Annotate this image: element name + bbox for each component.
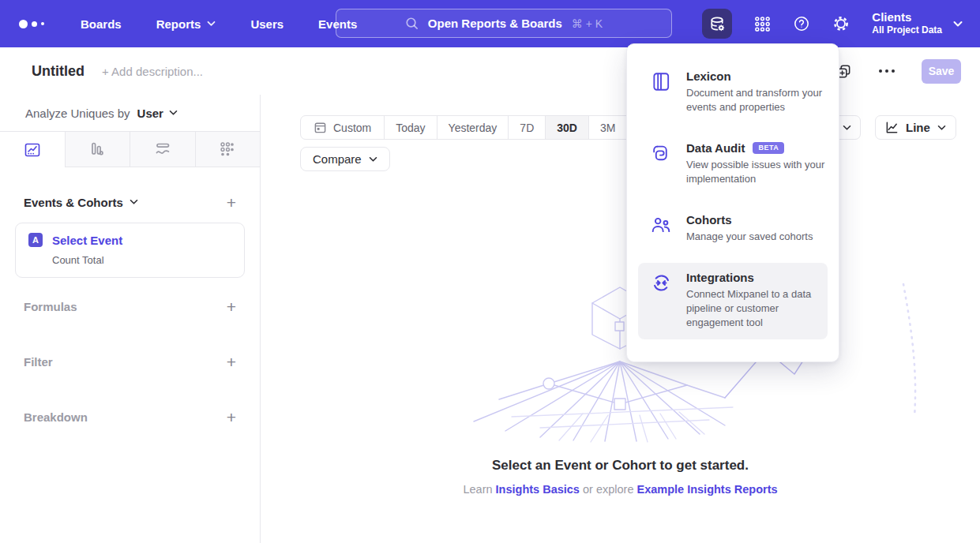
apps-grid-button[interactable]: [754, 16, 771, 32]
example-reports-link[interactable]: Example Insights Reports: [636, 483, 777, 496]
menu-item-integrations[interactable]: Integrations Connect Mixpanel to a data …: [638, 263, 828, 339]
data-audit-icon: [651, 141, 673, 186]
report-canvas: Custom Today Yesterday 7D 30D 3M 6M 12M …: [261, 95, 980, 543]
bar-chart-tab-icon: [88, 140, 106, 158]
menu-item-description: Manage your saved cohorts: [686, 230, 830, 244]
date-range-7d[interactable]: 7D: [508, 116, 545, 139]
formulas-section: Formulas +: [0, 295, 260, 317]
menu-item-description: View possible issues with your implement…: [686, 158, 830, 186]
chart-style-dropdown[interactable]: Line: [875, 115, 956, 140]
project-name: All Project Data: [872, 24, 942, 37]
analyze-label: Analyze Uniques by: [25, 107, 130, 120]
gear-icon: [832, 15, 850, 32]
date-range-label: Yesterday: [449, 122, 498, 134]
add-description-field[interactable]: + Add description...: [102, 65, 203, 78]
nav-label: Reports: [156, 17, 201, 31]
report-title[interactable]: Untitled: [32, 63, 84, 80]
tab-stacked-chart[interactable]: [130, 132, 195, 167]
settings-button[interactable]: [832, 15, 850, 32]
date-range-label: 7D: [520, 122, 534, 134]
menu-item-title: Integrations: [686, 271, 754, 284]
tab-metric-grid[interactable]: [195, 132, 261, 167]
top-navbar: Boards Reports Users Events Open Reports…: [0, 0, 980, 47]
integrations-icon: [651, 271, 673, 330]
add-formula-button[interactable]: +: [227, 298, 236, 315]
add-event-button[interactable]: +: [227, 194, 236, 211]
subtitle-text: Learn: [463, 483, 492, 496]
chevron-down-icon: [130, 199, 138, 205]
menu-item-title: Data Audit: [686, 141, 745, 155]
menu-item-title: Cohorts: [686, 213, 732, 227]
date-range-3m[interactable]: 3M: [588, 116, 626, 139]
search-icon: [405, 17, 419, 30]
calendar-icon: [314, 121, 327, 134]
add-breakdown-button[interactable]: +: [227, 409, 236, 425]
line-chart-tab-icon: [24, 141, 41, 159]
search-placeholder: Open Reports & Boards: [428, 17, 562, 30]
compare-label: Compare: [313, 152, 362, 166]
chevron-down-icon: [843, 125, 851, 131]
menu-item-cohorts[interactable]: Cohorts Manage your saved cohorts: [638, 205, 828, 253]
breakdown-label: Breakdown: [24, 410, 88, 424]
add-filter-button[interactable]: +: [227, 354, 236, 370]
cohorts-icon: [651, 213, 673, 244]
menu-item-description: Connect Mixpanel to a data pipeline or c…: [686, 287, 830, 330]
date-range-custom[interactable]: Custom: [301, 116, 384, 139]
database-gear-icon: [708, 15, 727, 33]
event-row-a[interactable]: A Select Event Count Total: [15, 223, 245, 278]
project-switcher[interactable]: Clients All Project Data: [872, 10, 963, 37]
nav-item-boards[interactable]: Boards: [81, 17, 122, 31]
save-button[interactable]: Save: [922, 59, 961, 84]
date-range-yesterday[interactable]: Yesterday: [437, 116, 509, 139]
mixpanel-logo[interactable]: [19, 20, 60, 28]
lexicon-icon: [651, 69, 673, 114]
more-options-button[interactable]: [879, 69, 895, 73]
chevron-down-icon: [953, 21, 963, 28]
search-shortcut: ⌘ + K: [572, 17, 603, 30]
empty-state-subtitle: Learn Insights Basics or explore Example…: [261, 483, 980, 496]
flow-chart-tab-icon: [154, 140, 171, 158]
date-range-label: 3M: [600, 122, 615, 134]
primary-nav: Boards Reports Users Events: [81, 17, 357, 31]
help-button[interactable]: [793, 15, 810, 32]
date-range-30d[interactable]: 30D: [545, 116, 588, 139]
tab-insights-line[interactable]: [0, 132, 65, 167]
events-cohorts-label: Events & Cohorts: [24, 196, 123, 209]
date-range-label: 30D: [557, 122, 577, 134]
data-management-menu: Lexicon Document and transform your even…: [626, 43, 839, 362]
chevron-down-icon[interactable]: [169, 110, 178, 116]
breakdown-section: Breakdown +: [0, 406, 260, 428]
analyze-value-dropdown[interactable]: User: [137, 107, 163, 120]
date-range-label: Custom: [333, 122, 371, 134]
nav-label: Users: [250, 17, 283, 31]
metric-tab-icon: [219, 140, 236, 158]
nav-item-users[interactable]: Users: [250, 17, 283, 31]
series-badge: A: [28, 233, 43, 247]
query-sidebar: Analyze Uniques by User: [0, 95, 261, 543]
insights-basics-link[interactable]: Insights Basics: [496, 483, 580, 496]
events-cohorts-header[interactable]: Events & Cohorts: [24, 196, 138, 209]
menu-item-data-audit[interactable]: Data Audit BETA View possible issues wit…: [638, 133, 828, 196]
select-event-button[interactable]: Select Event: [52, 234, 122, 247]
global-search-input[interactable]: Open Reports & Boards ⌘ + K: [336, 9, 672, 38]
menu-item-lexicon[interactable]: Lexicon Document and transform your even…: [638, 62, 828, 124]
filter-section: Filter +: [0, 350, 260, 373]
filter-label: Filter: [24, 355, 53, 369]
line-style-icon: [885, 121, 899, 134]
compare-dropdown[interactable]: Compare: [300, 147, 390, 171]
org-name: Clients: [872, 10, 942, 24]
beta-badge: BETA: [753, 142, 784, 154]
menu-item-title: Lexicon: [686, 69, 731, 83]
chevron-down-icon: [369, 156, 377, 163]
date-range-label: Today: [396, 122, 425, 134]
empty-state-title: Select an Event or Cohort to get started…: [261, 458, 980, 474]
events-cohorts-section: Events & Cohorts +: [0, 191, 260, 213]
tab-bar-chart[interactable]: [65, 132, 130, 167]
aggregation-dropdown[interactable]: Count Total: [52, 254, 231, 266]
data-management-button[interactable]: [702, 9, 732, 39]
menu-item-description: Document and transform your events and p…: [686, 86, 830, 114]
nav-label: Boards: [81, 17, 122, 31]
nav-item-reports[interactable]: Reports: [156, 17, 216, 31]
date-range-today[interactable]: Today: [384, 116, 436, 139]
help-icon: [793, 15, 810, 32]
